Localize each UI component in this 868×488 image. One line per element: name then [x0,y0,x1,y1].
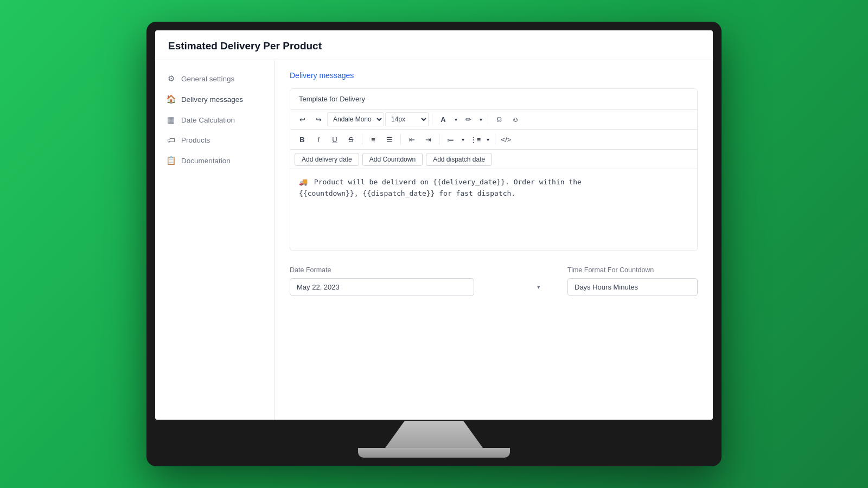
toolbar-row-1: ↩ ↪ Andale Mono 14px A ▾ [290,110,697,130]
font-color-button[interactable]: A [436,112,451,127]
delivery-emoji: 🚚 [299,177,308,188]
bottom-fields: Date Formate May 22, 2023 ▾ Time Format … [290,264,698,296]
font-family-select[interactable]: Andale Mono [327,112,384,126]
editor-toolbar: ↩ ↪ Andale Mono 14px A ▾ [290,110,697,169]
date-select-chevron-icon: ▾ [537,284,540,291]
sidebar-item-date-calculation[interactable]: ▦ Date Calculation [155,110,274,130]
doc-icon: 📋 [166,156,176,165]
highlight-chevron[interactable]: ▾ [477,112,484,127]
italic-button[interactable]: I [311,132,326,147]
sidebar-item-delivery-messages[interactable]: 🏠 Delivery messages [155,89,274,109]
indent-right-button[interactable]: ⇥ [420,132,436,147]
sidebar-item-documentation[interactable]: 📋 Documentation [155,151,274,170]
template-card-header: Template for Delivery [290,89,697,110]
date-format-select[interactable]: May 22, 2023 [290,278,474,296]
sidebar-label-documentation: Documentation [181,157,231,165]
monitor-stand [385,421,483,448]
unordered-list-chevron[interactable]: ▾ [459,132,467,147]
add-dispatch-date-button[interactable]: Add dispatch date [426,153,492,166]
sidebar-label-delivery-messages: Delivery messages [181,95,243,104]
sidebar-label-products: Products [181,136,210,144]
ordered-list-button[interactable]: ⋮≡ [468,132,483,147]
ordered-list-chevron[interactable]: ▾ [484,132,492,147]
toolbar-divider-5 [439,134,439,145]
monitor-outer: Estimated Delivery Per Product ⚙ General… [146,22,722,466]
underline-button[interactable]: U [327,132,342,147]
code-button[interactable]: </> [499,132,514,147]
redo-button[interactable]: ↪ [311,112,326,127]
app-header: Estimated Delivery Per Product [155,30,713,60]
toolbar-row-2: B I U S ≡ ☰ ⇤ ⇥ ≔ [290,130,697,150]
toolbar-divider-3 [362,134,362,145]
main-content: Delivery messages Template for Delivery … [275,60,713,420]
sidebar-label-date-calculation: Date Calculation [181,116,235,124]
undo-button[interactable]: ↩ [295,112,310,127]
font-size-select[interactable]: 14px [385,112,429,126]
bold-button[interactable]: B [295,132,310,147]
monitor-base [358,448,510,458]
sidebar-item-products[interactable]: 🏷 Products [155,131,274,150]
time-format-label: Time Format For Countdown [567,266,698,274]
template-card: Template for Delivery ↩ ↪ Andale Mono [290,88,698,251]
font-color-chevron[interactable]: ▾ [452,112,459,127]
section-title: Delivery messages [290,71,698,80]
toolbar-divider-4 [400,134,401,145]
sidebar-label-general-settings: General settings [181,75,234,83]
date-format-group: Date Formate May 22, 2023 ▾ [290,266,546,296]
omega-button[interactable]: Ω [492,112,507,127]
home-icon: 🏠 [166,94,176,104]
align-left-button[interactable]: ≡ [366,132,381,147]
monitor-screen: Estimated Delivery Per Product ⚙ General… [155,30,713,420]
highlight-button[interactable]: ✏ [461,112,476,127]
toolbar-divider-2 [488,114,488,125]
app-container: Estimated Delivery Per Product ⚙ General… [155,30,713,420]
tag-icon: 🏷 [166,136,176,145]
unordered-list-button[interactable]: ≔ [443,132,458,147]
time-format-display: Days Hours Minutes [567,278,698,296]
emoji-button[interactable]: ☺ [508,112,523,127]
editor-area[interactable]: 🚚 Product will be deliverd on {{delivery… [290,169,697,251]
gear-icon: ⚙ [166,74,176,84]
toolbar-divider-1 [432,114,432,125]
time-format-group: Time Format For Countdown Days Hours Min… [567,266,698,296]
date-format-label: Date Formate [290,266,546,274]
date-format-wrapper: May 22, 2023 ▾ [290,278,546,296]
indent-left-button[interactable]: ⇤ [404,132,419,147]
calendar-icon: ▦ [166,115,176,125]
toolbar-insert-row: Add delivery date Add Countdown Add disp… [290,150,697,169]
editor-content: Product will be deliverd on {{delivery_d… [299,178,582,197]
sidebar-item-general-settings[interactable]: ⚙ General settings [155,69,274,88]
add-countdown-button[interactable]: Add Countdown [362,153,423,166]
sidebar: ⚙ General settings 🏠 Delivery messages ▦… [155,60,275,420]
toolbar-divider-6 [495,134,495,145]
align-center-button[interactable]: ☰ [382,132,397,147]
app-body: ⚙ General settings 🏠 Delivery messages ▦… [155,60,713,420]
page-title: Estimated Delivery Per Product [168,40,322,52]
strikethrough-button[interactable]: S [343,132,359,147]
add-delivery-date-button[interactable]: Add delivery date [295,153,359,166]
